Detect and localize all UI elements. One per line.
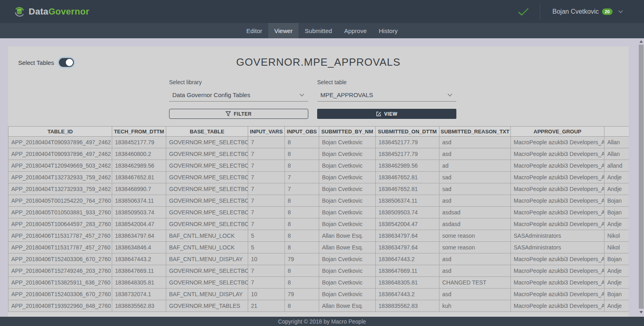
table-row: APP_20180404T090937896_497_2462183846080… [8,148,629,160]
table-row: APP_20180405T100644597_283_2760183854200… [8,218,629,230]
content-card: Select Tables GOVERNOR.MPE_APPROVALS Sel… [8,46,629,317]
table-row: APP_20180404T120949669_503_2462183846298… [8,160,629,172]
table-cell: 1838835562.83 [376,300,439,312]
table-cell: 1838647443.2 [376,289,439,300]
column-header: TABLE_ID [8,127,112,137]
table-cell: GOVERNOR.MPE_SELECTBOX [166,207,248,218]
table-row: APP_20180405T001254220_764_2760183850637… [8,195,629,207]
table-cell: Bojan Cvetkovic [319,207,376,218]
table-cell: kuh [439,300,511,312]
table-cell: 7 [248,160,285,172]
table-cell: asd [439,289,511,300]
filter-button[interactable]: FILTER [169,109,308,119]
table-cell: Bojan Cvetkovic [319,289,376,300]
view-button-label: VIEW [384,111,397,117]
table-cell: APP_20180406T153825911_636_2760 [8,277,112,289]
table-cell: 5 [248,230,285,242]
table-cell: asdasd [439,218,511,230]
table-cell: 1838452177.79 [376,148,439,160]
table-cell: MacroPeople azukbi3 Developers_A [511,148,604,160]
table-cell: Bojan Cvetkovic [319,253,376,265]
library-select[interactable]: Data Governor Config Tables [169,89,308,102]
table-cell: 1838509503.74 [376,207,439,218]
table-cell: 1838506374.11 [112,195,166,207]
table-cell: Allan [604,148,629,160]
table-cell: 8 [285,195,319,207]
table-cell: MacroPeople azukbi3 Developers_A [511,195,604,207]
table-cell: GOVERNOR.MPE_SELECTBOX [166,148,248,160]
table-cell: 1838647443.2 [376,253,439,265]
view-button[interactable]: VIEW [317,109,456,119]
table-cell: MacroPeople azukbi3 Developers_A [511,218,604,230]
scroll-down-arrow-icon[interactable] [640,311,643,314]
table-select[interactable]: MPE_APPROVALS [317,89,456,102]
table-cell: 1838648305.81 [112,277,166,289]
table-cell: 5 [248,242,285,253]
table-cell: 7 [248,218,285,230]
table-cell: MacroPeople azukbi3 Developers_A [511,183,604,195]
table-cell: asd [439,148,511,160]
table-cell: 1838634797.64 [376,242,439,253]
table-cell: 1838647669.11 [112,265,166,277]
table-cell: Andje [604,183,629,195]
table-cell: 1838542004.47 [112,218,166,230]
table-cell: APP_20180404T132732933_759_2462 [8,172,112,183]
table-cell: 7 [285,172,319,183]
page-title: GOVERNOR.MPE_APPROVALS [8,56,629,69]
tab-viewer[interactable]: Viewer [268,23,299,38]
table-cell: Bojan Cvetkovic [319,277,376,289]
table-cell: GOVERNOR.MPE_TABLES [166,300,248,312]
table-cell: 8 [285,148,319,160]
table-row: APP_20180404T132732933_759_2462183846899… [8,183,629,195]
scroll-up-arrow-icon[interactable] [640,40,643,43]
table-cell: 7 [248,207,285,218]
tab-approve[interactable]: Approve [338,23,373,38]
app-header: DataGovernor Bojan Cvetkovic 20 [0,0,644,23]
table-cell: 7 [248,137,285,148]
table-cell: Allan Bowe Esq. [319,300,376,312]
table-cell: 8 [285,277,319,289]
user-count-badge: 20 [602,8,613,15]
column-header: INPUT_OBS [285,127,319,137]
table-cell: 1838467652.81 [376,183,439,195]
table-row: APP_20180404T132732933_759_2462183846765… [8,172,629,183]
vertical-scrollbar[interactable] [638,38,644,317]
user-menu[interactable]: Bojan Cvetkovic 20 [552,8,623,15]
table-cell: GOVERNOR.MPE_SELECTBOX [166,218,248,230]
table-cell: MacroPeople azukbi3 Developers_A [511,265,604,277]
table-cell: APP_20180408T193922960_848_2760 [8,300,112,312]
filter-funnel-icon [226,111,231,116]
tab-history[interactable]: History [373,23,404,38]
table-cell: 1838452177.79 [112,137,166,148]
table-cell: 1838468990.7 [112,183,166,195]
table-cell: MacroPeople azukbi3 Developers_A [511,207,604,218]
table-cell: MacroPeople azukbi3 Developers_A [511,277,604,289]
logo-text: DataGovernor [29,6,89,17]
table-cell: 79 [285,289,319,300]
table-row: APP_20180405T010503881_933_2760183850950… [8,207,629,218]
scrollbar-thumb[interactable] [639,45,644,309]
tab-editor[interactable]: Editor [240,23,268,38]
table-cell: APP_20180406T115317787_457_2760 [8,242,112,253]
tab-submitted[interactable]: Submitted [299,23,338,38]
table-cell: Bojan Cvetkovic [319,160,376,172]
table-cell: 1838835562.83 [112,300,166,312]
app-footer: Copyright © 2018 by Macro People [0,317,644,326]
table-cell: Allan Bowe Esq. [319,230,376,242]
table-cell: APP_20180404T090937896_497_2462 [8,137,112,148]
table-cell: asd [439,265,511,277]
table-cell: 79 [285,253,319,265]
table-cell: APP_20180404T120949669_503_2462 [8,160,112,172]
table-cell: asd [439,137,511,148]
table-cell: APP_20180404T090937896_497_2462 [8,148,112,160]
table-cell: MacroPeople azukbi3 Developers_A [511,160,604,172]
table-cell: sad [439,172,511,183]
table-cell: APP_20180406T152403306_670_2760 [8,289,112,300]
table-cell: Bojan [604,253,629,265]
table-row: APP_20180406T115317787_457_2760183863484… [8,242,629,253]
table-cell: 8 [285,160,319,172]
table-row: APP_20180404T090937896_497_2462183845217… [8,137,629,148]
table-cell: 8 [285,218,319,230]
table-cell: 1838467652.81 [112,172,166,183]
app-logo[interactable]: DataGovernor [14,6,89,17]
